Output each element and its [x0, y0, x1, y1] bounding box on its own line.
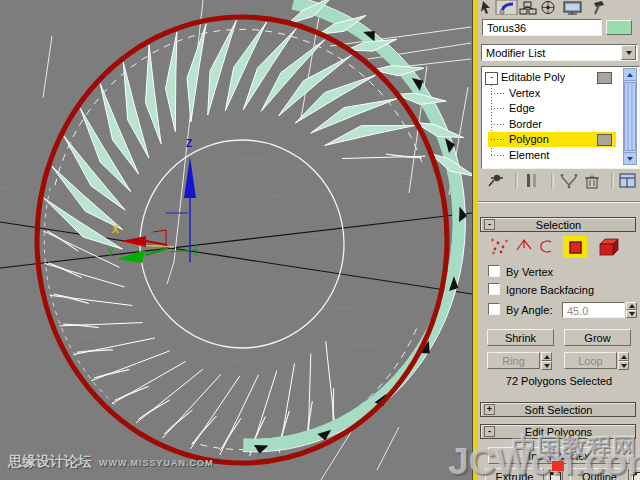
subobject-edge-icon[interactable]: [517, 240, 531, 250]
rollout-title: Edit Polygons: [498, 426, 635, 438]
insert-vertex-button[interactable]: Insert Vertex: [488, 447, 630, 464]
stack-item-vertex[interactable]: Vertex: [483, 86, 623, 101]
rollout-title: Selection: [498, 219, 635, 231]
modifier-stack-list[interactable]: - Editable Poly Vertex Edge Border Polyg…: [481, 66, 640, 169]
selection-status-text: 72 Polygons Selected: [478, 375, 640, 387]
expand-icon[interactable]: +: [484, 404, 495, 415]
tab-motion[interactable]: [542, 2, 554, 14]
remove-modifier-icon[interactable]: [585, 176, 599, 188]
settings-dialog-icon: [633, 472, 640, 480]
tab-utilities[interactable]: [594, 1, 604, 14]
selection-rollout-header[interactable]: - Selection: [480, 217, 636, 232]
ring-spinner[interactable]: [541, 352, 552, 370]
by-angle-checkbox[interactable]: [488, 303, 500, 315]
z-axis-label: Z: [186, 138, 192, 149]
outline-button[interactable]: Outline: [570, 468, 629, 480]
shrink-button[interactable]: Shrink: [487, 329, 554, 346]
divider: [478, 201, 640, 203]
collapse-tree-icon[interactable]: -: [485, 72, 498, 85]
stack-item-polygon-selected[interactable]: Polygon: [483, 132, 623, 147]
ignore-backfacing-label: Ignore Backfacing: [506, 284, 594, 296]
modifier-list-dropdown[interactable]: Modifier List: [481, 44, 638, 61]
show-end-result-icon[interactable]: [527, 174, 536, 187]
y-axis-label: Y: [107, 247, 114, 258]
rollout-title: Soft Selection: [498, 404, 635, 416]
command-panel-tabs[interactable]: [478, 0, 640, 15]
chevron-down-icon: [626, 51, 632, 55]
pin-stack-icon[interactable]: [489, 175, 503, 186]
ring-button[interactable]: Ring: [487, 352, 540, 369]
object-name-input[interactable]: Torus36: [482, 19, 602, 36]
stack-toolbar[interactable]: [478, 170, 640, 196]
extrude-settings-button[interactable]: [547, 468, 563, 480]
scroll-down-button[interactable]: [624, 152, 636, 164]
tab-display[interactable]: [564, 2, 581, 14]
modifier-display-icon[interactable]: [597, 72, 612, 84]
ignore-backfacing-checkbox[interactable]: [488, 283, 500, 295]
settings-dialog-icon: [550, 472, 561, 480]
tab-create[interactable]: [481, 1, 490, 14]
scroll-down-icon: [627, 157, 633, 161]
by-angle-label: By Angle:: [506, 304, 552, 316]
stack-item-edge[interactable]: Edge: [483, 101, 623, 116]
configure-modifier-sets-icon[interactable]: [620, 174, 635, 187]
command-panel: Torus36 Modifier List - Editable Poly Ve…: [478, 0, 640, 480]
outline-settings-button[interactable]: [632, 468, 640, 480]
modifier-display-icon[interactable]: [597, 134, 612, 146]
subobject-polygon-icon-active[interactable]: [563, 236, 587, 258]
object-name-value: Torus36: [487, 22, 526, 34]
soft-selection-rollout-header[interactable]: + Soft Selection: [480, 402, 636, 417]
stack-item-editable-poly[interactable]: - Editable Poly: [483, 70, 623, 85]
grow-button[interactable]: Grow: [564, 329, 631, 346]
subobject-vertex-icon[interactable]: [491, 239, 508, 255]
subobject-level-icons[interactable]: [478, 234, 640, 260]
subobject-element-icon[interactable]: [600, 239, 618, 255]
make-unique-icon[interactable]: [561, 174, 578, 188]
object-color-swatch[interactable]: [606, 20, 632, 35]
tab-hierarchy[interactable]: [520, 2, 536, 14]
stack-item-element[interactable]: Element: [483, 148, 623, 163]
scroll-up-icon: [627, 73, 633, 77]
modifier-list-label: Modifier List: [486, 47, 545, 59]
tab-modify[interactable]: [496, 0, 517, 15]
collapse-icon[interactable]: -: [484, 219, 495, 230]
stack-scrollbar[interactable]: [623, 68, 637, 165]
scroll-up-button[interactable]: [624, 69, 636, 81]
modifier-list-arrow-button[interactable]: [621, 45, 636, 60]
by-vertex-checkbox[interactable]: [488, 265, 500, 277]
by-angle-spinner[interactable]: [626, 302, 637, 318]
loop-button[interactable]: Loop: [564, 352, 617, 369]
by-vertex-label: By Vertex: [506, 266, 553, 278]
subobject-border-icon[interactable]: [541, 241, 551, 252]
loop-spinner[interactable]: [618, 352, 629, 370]
perspective-viewport[interactable]: XYZ: [0, 0, 472, 480]
stack-item-border[interactable]: Border: [483, 117, 623, 132]
x-axis-label: X: [112, 224, 119, 235]
collapse-icon[interactable]: -: [484, 426, 495, 437]
scrollbar-thumb[interactable]: [624, 82, 636, 151]
edit-polygons-rollout-header[interactable]: - Edit Polygons: [480, 424, 636, 439]
extrude-button[interactable]: Extrude: [485, 468, 544, 480]
by-angle-input[interactable]: 45.0: [562, 302, 625, 318]
